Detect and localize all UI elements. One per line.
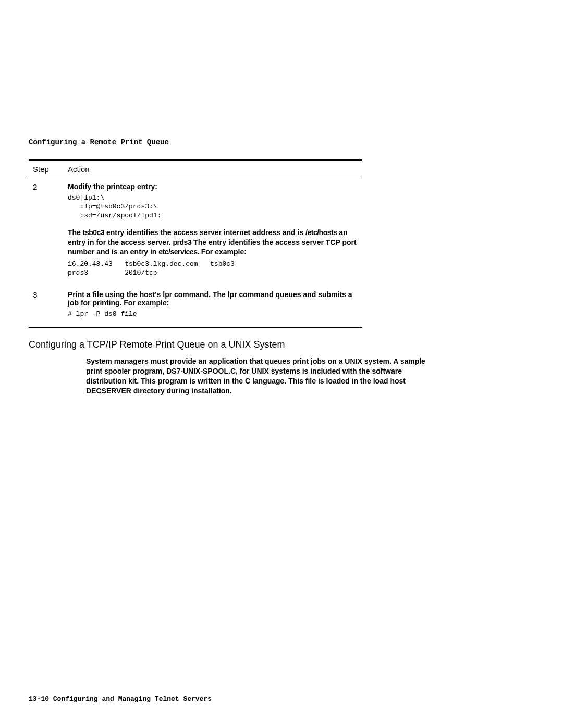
step-number: 2 [29, 182, 68, 281]
code-ref: tsb0c3 [83, 228, 104, 237]
code-block: 16.20.48.43 tsb0c3.lkg.dec.com tsb0c3 pr… [68, 260, 362, 278]
section-header: Configuring a Remote Print Queue [29, 138, 534, 146]
col-header-action: Action [68, 165, 362, 174]
code-ref: prds3 [173, 238, 192, 246]
table-row: 2 Modify the printcap entry: ds0|lp1:\ :… [29, 178, 362, 286]
table-header-row: Step Action [29, 161, 362, 178]
subsection-title: Configuring a TCP/IP Remote Print Queue … [29, 339, 534, 350]
code-block: ds0|lp1:\ :lp=@tsb0c3/prds3:\ :sd=/usr/s… [68, 194, 362, 220]
text-part: entry identifies the access server inter… [104, 228, 305, 237]
text-part: The [68, 228, 83, 237]
text-part: For example: [199, 248, 247, 256]
action-text: Print a file using the host's lpr comman… [68, 290, 362, 307]
table-row: 3 Print a file using the host's lpr comm… [29, 286, 362, 327]
path-ref: /etc/hosts [305, 228, 337, 237]
step-action: Print a file using the host's lpr comman… [68, 290, 362, 322]
subsection-paragraph: System managers must provide an applicat… [86, 356, 440, 396]
step-action: Modify the printcap entry: ds0|lp1:\ :lp… [68, 182, 362, 281]
code-block: # lpr -P ds0 file [68, 310, 362, 319]
steps-table: Step Action 2 Modify the printcap entry:… [29, 159, 362, 328]
action-title: Modify the printcap entry: [68, 182, 362, 191]
path-ref: etc/services. [158, 248, 199, 256]
table-bottom-rule [29, 327, 362, 328]
step-number: 3 [29, 290, 68, 322]
col-header-step: Step [29, 165, 68, 174]
page-footer: 13-10 Configuring and Managing Telnet Se… [29, 695, 212, 703]
explanation-text: The tsb0c3 entry identifies the access s… [68, 228, 362, 257]
